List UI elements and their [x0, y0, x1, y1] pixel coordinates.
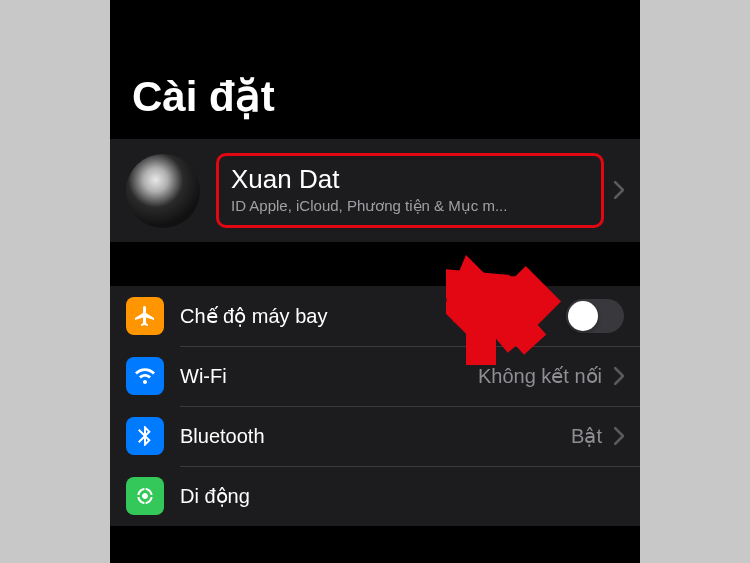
- cellular-row[interactable]: Di động: [110, 466, 640, 526]
- chevron-right-icon: [614, 175, 624, 206]
- wifi-icon: [126, 357, 164, 395]
- apple-id-row[interactable]: Xuan Dat ID Apple, iCloud, Phương tiện &…: [110, 139, 640, 242]
- cellular-label: Di động: [180, 484, 624, 508]
- settings-screen: Cài đặt Xuan Dat ID Apple, iCloud, Phươn…: [110, 0, 640, 563]
- airplane-label: Chế độ máy bay: [180, 304, 566, 328]
- page-title: Cài đặt: [110, 0, 640, 139]
- airplane-toggle[interactable]: [566, 299, 624, 333]
- airplane-icon: [126, 297, 164, 335]
- avatar: [126, 154, 200, 228]
- bluetooth-icon: [126, 417, 164, 455]
- profile-name: Xuan Dat: [231, 164, 589, 195]
- wifi-value: Không kết nối: [478, 364, 602, 388]
- highlight-box: Xuan Dat ID Apple, iCloud, Phương tiện &…: [216, 153, 604, 228]
- bluetooth-row[interactable]: Bluetooth Bật: [110, 406, 640, 466]
- chevron-right-icon: [614, 421, 624, 452]
- chevron-right-icon: [614, 361, 624, 392]
- settings-group: Chế độ máy bay Wi-Fi Không kết nối Bluet…: [110, 286, 640, 526]
- wifi-label: Wi-Fi: [180, 365, 478, 388]
- bluetooth-value: Bật: [571, 424, 602, 448]
- cellular-icon: [126, 477, 164, 515]
- bluetooth-label: Bluetooth: [180, 425, 571, 448]
- profile-group: Xuan Dat ID Apple, iCloud, Phương tiện &…: [110, 139, 640, 242]
- wifi-row[interactable]: Wi-Fi Không kết nối: [110, 346, 640, 406]
- profile-subtitle: ID Apple, iCloud, Phương tiện & Mục m...: [231, 197, 589, 215]
- airplane-mode-row[interactable]: Chế độ máy bay: [110, 286, 640, 346]
